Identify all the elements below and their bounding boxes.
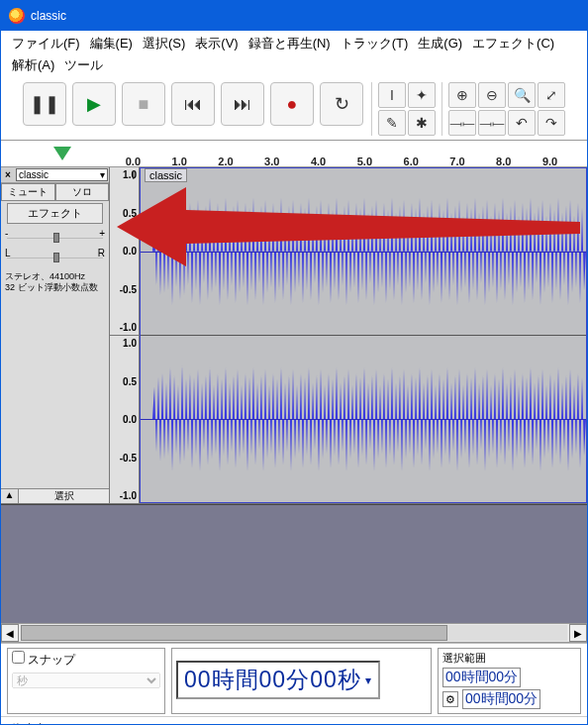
gain-minus-icon: - <box>5 228 8 239</box>
menu-analyze[interactable]: 解析(A) <box>7 54 59 76</box>
track-collapse-button[interactable]: ▲ <box>1 489 19 503</box>
snap-panel: スナップ 秒 <box>7 648 165 714</box>
clip-title[interactable]: classic <box>145 168 187 182</box>
bottom-dock: スナップ 秒 00時間00分00秒 ▾ 選択範囲 00時間00分 ⚙ 00時間0… <box>1 643 587 716</box>
menu-select[interactable]: 選択(S) <box>138 33 190 54</box>
menu-tools[interactable]: ツール <box>59 54 108 76</box>
scrollbar-thumb[interactable] <box>21 625 447 641</box>
zoom-selection-icon[interactable]: 🔍 <box>508 82 536 108</box>
menu-bar: ファイル(F) 編集(E) 選択(S) 表示(V) 録音と再生(N) トラック(… <box>1 31 587 80</box>
selection-end-field[interactable]: 00時間00分 <box>462 689 540 709</box>
tick: 9.0 <box>542 155 557 167</box>
tracks-area: × classic ▾ ミュート ソロ エフェクト - + L R ステレオ、4… <box>1 167 587 504</box>
zoom-in-icon[interactable]: ⊕ <box>448 82 476 108</box>
app-icon <box>9 8 25 24</box>
toolbar: ❚❚ ▶ ■ ⏮ ⏭ ● ↻ I ✦ ✎ ✱ ⊕ ⊖ 🔍 ⤢ ⟞⟝ ⟞⟝ ↶ ↷ <box>1 80 587 140</box>
snap-unit-select[interactable]: 秒 <box>12 673 160 688</box>
zoom-out-icon[interactable]: ⊖ <box>478 82 506 108</box>
snap-checkbox[interactable]: スナップ <box>12 653 75 667</box>
tick: 7.0 <box>449 155 464 167</box>
gain-slider[interactable]: - + <box>7 230 103 246</box>
redo-icon[interactable]: ↷ <box>538 110 565 136</box>
track-close-button[interactable]: × <box>1 169 15 180</box>
playhead-icon[interactable] <box>53 147 71 160</box>
silence-icon[interactable]: ⟞⟝ <box>478 110 506 136</box>
draw-tool-icon[interactable]: ✎ <box>378 110 406 136</box>
gear-icon[interactable]: ⚙ <box>442 691 458 707</box>
menu-generate[interactable]: 生成(G) <box>413 33 467 54</box>
amplitude-scale: 1.0 0.5 0.0 -0.5 -1.0 1.0 0.5 0.0 -0.5 -… <box>110 167 140 503</box>
tick: 1.0 <box>172 155 187 167</box>
track-control-panel: × classic ▾ ミュート ソロ エフェクト - + L R ステレオ、4… <box>1 167 110 503</box>
zoom-tools: ⊕ ⊖ 🔍 ⤢ ⟞⟝ ⟞⟝ ↶ ↷ <box>441 82 565 136</box>
menu-effect[interactable]: エフェクト(C) <box>467 33 559 54</box>
track-name-label: classic <box>19 169 49 180</box>
skip-end-button[interactable]: ⏭ <box>221 82 264 126</box>
slider-thumb[interactable] <box>53 253 59 262</box>
window-title: classic <box>31 9 66 23</box>
pan-slider[interactable]: L R <box>7 250 103 265</box>
edit-tools: I ✦ ✎ ✱ <box>371 82 436 136</box>
tick: 2.0 <box>218 155 233 167</box>
effects-button[interactable]: エフェクト <box>7 203 103 224</box>
tick: 8.0 <box>496 155 511 167</box>
tick: 4.0 <box>311 155 326 167</box>
transport-controls: ❚❚ ▶ ■ ⏮ ⏭ ● ↻ <box>23 82 363 126</box>
selection-tool-icon[interactable]: I <box>378 82 406 108</box>
pan-left-label: L <box>5 248 11 259</box>
selection-start-field[interactable]: 00時間00分 <box>442 668 521 687</box>
selection-label: 選択範囲 <box>442 651 576 666</box>
empty-track-area[interactable] <box>1 504 587 623</box>
snap-checkbox-input[interactable] <box>12 651 25 664</box>
multi-tool-icon[interactable]: ✱ <box>408 110 436 136</box>
time-display[interactable]: 00時間00分00秒 ▾ <box>176 661 380 699</box>
zoom-fit-icon[interactable]: ⤢ <box>538 82 565 108</box>
waveform-area[interactable]: classic <box>140 167 587 503</box>
timeline-ruler[interactable]: 0.0 1.0 2.0 3.0 4.0 5.0 6.0 7.0 8.0 9.0 <box>1 140 587 167</box>
record-button[interactable]: ● <box>270 82 314 126</box>
tick: 6.0 <box>404 155 419 167</box>
menu-transport[interactable]: 録音と再生(N) <box>244 33 336 54</box>
track-format-info: ステレオ、44100Hz 32 ビット浮動小数点数 <box>5 271 105 293</box>
tick: 0.0 <box>126 155 141 167</box>
menu-tracks[interactable]: トラック(T) <box>336 33 414 54</box>
pause-button[interactable]: ❚❚ <box>23 82 66 126</box>
menu-file[interactable]: ファイル(F) <box>7 33 85 54</box>
play-button[interactable]: ▶ <box>72 82 116 126</box>
slider-thumb[interactable] <box>53 233 59 243</box>
chevron-down-icon: ▾ <box>100 169 105 180</box>
playhead-cell <box>1 147 124 160</box>
horizontal-scrollbar[interactable]: ◀ ▶ <box>1 623 587 643</box>
scrollbar-track[interactable] <box>21 625 567 641</box>
pan-right-label: R <box>98 248 105 259</box>
track-select-button[interactable]: 選択 <box>19 489 109 503</box>
solo-button[interactable]: ソロ <box>55 183 110 201</box>
waveform-left-channel[interactable] <box>141 168 586 336</box>
skip-start-button[interactable]: ⏮ <box>171 82 215 126</box>
tick: 3.0 <box>264 155 279 167</box>
mute-button[interactable]: ミュート <box>1 183 55 201</box>
selection-panel: 選択範囲 00時間00分 ⚙ 00時間00分 <box>438 648 581 714</box>
time-panel: 00時間00分00秒 ▾ <box>171 648 432 714</box>
title-bar: classic <box>1 1 587 31</box>
trim-icon[interactable]: ⟞⟝ <box>448 110 476 136</box>
tick: 5.0 <box>357 155 372 167</box>
gain-plus-icon: + <box>99 228 105 239</box>
waveform-right-channel[interactable] <box>141 336 586 503</box>
scroll-right-button[interactable]: ▶ <box>569 624 587 642</box>
stop-button[interactable]: ■ <box>122 82 165 126</box>
loop-button[interactable]: ↻ <box>320 82 363 126</box>
chevron-down-icon[interactable]: ▾ <box>365 673 372 687</box>
menu-view[interactable]: 表示(V) <box>190 33 243 54</box>
scroll-left-button[interactable]: ◀ <box>1 624 19 642</box>
status-bar: 停止中。 <box>1 716 587 725</box>
menu-edit[interactable]: 編集(E) <box>85 33 138 54</box>
undo-icon[interactable]: ↶ <box>508 110 536 136</box>
envelope-tool-icon[interactable]: ✦ <box>408 82 436 108</box>
track-name-dropdown[interactable]: classic ▾ <box>16 168 108 181</box>
